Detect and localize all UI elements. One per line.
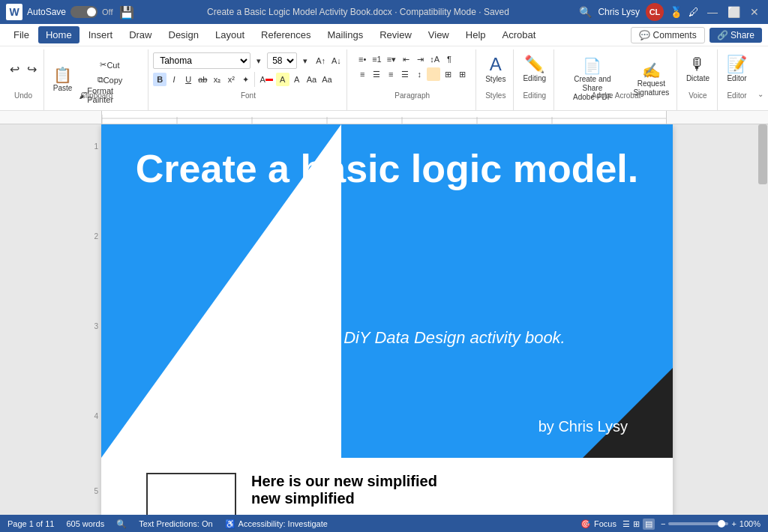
focus-button[interactable]: 🎯 Focus (580, 519, 616, 529)
award-icon[interactable]: 🏅 (670, 6, 682, 18)
editing-button[interactable]: ✏️ Editing (520, 49, 549, 90)
borders-button[interactable]: ⊞ (441, 67, 454, 81)
autosave-toggle[interactable] (70, 6, 98, 18)
align-left-button[interactable]: ≡ (356, 67, 369, 81)
numbering-button[interactable]: ≡1 (370, 52, 384, 66)
font-size-select[interactable]: 58 (267, 52, 297, 69)
paragraph-group: ≡• ≡1 ≡▾ ⇤ ⇥ ↕A ¶ ≡ ☰ ≡ ☰ ↕ ⊞ ⊞ (349, 49, 476, 110)
undo-group: ↩ ↪ Undo (3, 49, 44, 110)
paste-button[interactable]: 📋 Paste (50, 60, 75, 100)
multilevel-list-button[interactable]: ≡▾ (385, 52, 398, 66)
copy-button[interactable]: ⧉ Copy (76, 73, 143, 87)
menu-design[interactable]: Design (161, 26, 206, 43)
ribbon: File Home Insert Draw Design Layout Refe… (0, 24, 768, 111)
align-center-button[interactable]: ☰ (370, 67, 383, 81)
subscript-button[interactable]: x₂ (210, 73, 224, 86)
layout-view-1[interactable]: ☰ (622, 519, 630, 529)
bullets-button[interactable]: ≡• (356, 52, 369, 66)
dictate-button[interactable]: 🎙 Dictate (683, 49, 712, 90)
italic-button[interactable]: I (167, 73, 181, 86)
shading-button[interactable] (427, 67, 440, 81)
layout-view-2[interactable]: ⊞ (633, 519, 640, 529)
align-right-button[interactable]: ≡ (384, 67, 398, 81)
search-icon[interactable]: 🔍 (579, 6, 592, 18)
clear-format-button[interactable]: ✦ (238, 73, 252, 86)
ribbon-expand-button[interactable]: ⌄ (756, 90, 765, 98)
pen-icon[interactable]: 🖊 (688, 6, 699, 18)
decrease-indent-button[interactable]: ⇤ (399, 52, 412, 66)
paragraph-settings-button[interactable]: ⊞ (455, 67, 469, 81)
font-size-shrink[interactable]: Aa (320, 73, 334, 86)
styles-button[interactable]: A Styles (482, 49, 508, 90)
zoom-plus-button[interactable]: + (731, 519, 736, 528)
comments-button[interactable]: 💬 Comments (631, 27, 704, 43)
document-title: Create a Basic Logic Model Activity Book… (137, 7, 580, 17)
justify-button[interactable]: ☰ (398, 67, 412, 81)
cover-title: Create a basic logic model. (101, 147, 673, 192)
show-marks-button[interactable]: ¶ (442, 52, 456, 66)
maximize-button[interactable]: ⬜ (726, 4, 741, 19)
text-predictions-status[interactable]: Text Predictions: On (139, 519, 212, 528)
layout-view-3[interactable]: ▤ (643, 519, 655, 530)
close-button[interactable]: ✕ (747, 4, 762, 19)
status-bar: Page 1 of 11 605 words 🔍 Text Prediction… (0, 515, 768, 532)
editing-label: Editing (523, 74, 546, 83)
page-area: 1 2 3 4 5 Create a basic logic model. A … (0, 124, 768, 515)
line-spacing-button[interactable]: ↕ (412, 67, 426, 81)
bold-button[interactable]: B (153, 73, 166, 86)
cut-button[interactable]: ✂ Cut (76, 58, 143, 72)
word-count: 605 words (66, 519, 104, 528)
menu-home[interactable]: Home (38, 26, 80, 43)
menu-mailings[interactable]: Mailings (320, 26, 371, 43)
vertical-scrollbar[interactable] (758, 124, 768, 515)
menu-draw[interactable]: Draw (122, 26, 159, 43)
cut-icon: ✂ (100, 60, 106, 70)
font-name-select[interactable]: Tahoma (153, 52, 250, 69)
accessibility-status[interactable]: ♿ Accessibility: Investigate (225, 519, 328, 529)
menu-acrobat[interactable]: Acrobat (495, 26, 544, 43)
zoom-slider[interactable] (668, 522, 728, 525)
focus-label: Focus (594, 519, 616, 528)
proof-icon: 🔍 (116, 519, 127, 529)
font-size-grow[interactable]: Aa (304, 73, 319, 86)
voice-group-label: Voice (688, 91, 706, 100)
decrease-font-button[interactable]: A↓ (329, 54, 344, 67)
menu-file[interactable]: File (6, 26, 37, 43)
superscript-button[interactable]: x² (224, 73, 238, 86)
font-name-dropdown[interactable]: ▾ (252, 54, 266, 67)
highlight-button[interactable]: A (276, 73, 290, 86)
text-color-button[interactable]: A (290, 73, 304, 86)
accessibility-icon: ♿ (225, 519, 236, 529)
avatar[interactable]: CL (646, 3, 664, 21)
proofing-status[interactable]: 🔍 (116, 519, 127, 529)
menu-insert[interactable]: Insert (81, 26, 121, 43)
adobe-group: 📄 Create and ShareAdobe PDF ✍️ RequestSi… (556, 49, 677, 110)
menu-help[interactable]: Help (458, 26, 494, 43)
scroll-thumb[interactable] (758, 124, 767, 184)
menu-view[interactable]: View (421, 26, 457, 43)
undo-button[interactable]: ↩ (8, 61, 22, 79)
menu-references[interactable]: References (254, 26, 318, 43)
increase-font-button[interactable]: A↑ (314, 54, 328, 67)
toggle-state-label: Off (102, 7, 112, 16)
strikethrough-button[interactable]: ab (196, 73, 209, 86)
redo-button[interactable]: ↪ (25, 61, 39, 79)
sort-button[interactable]: ↕A (428, 52, 442, 66)
zoom-minus-button[interactable]: − (661, 519, 665, 528)
styles-group-label: Styles (485, 91, 506, 100)
editor-group: 📝 Editor Editor (719, 49, 754, 110)
voice-group: 🎙 Dictate Voice (679, 49, 718, 110)
save-button[interactable]: 💾 (119, 5, 134, 19)
share-button[interactable]: 🔗 Share (710, 28, 762, 43)
word-count-text: 605 words (66, 519, 104, 528)
underline-button[interactable]: U (182, 73, 195, 86)
menu-review[interactable]: Review (372, 26, 419, 43)
menu-layout[interactable]: Layout (208, 26, 252, 43)
dictate-label: Dictate (686, 74, 710, 83)
font-color-button[interactable]: A (257, 73, 274, 86)
minimize-button[interactable]: — (705, 4, 720, 19)
paste-icon: 📋 (53, 67, 72, 82)
increase-indent-button[interactable]: ⇥ (413, 52, 427, 66)
editor-button[interactable]: 📝 Editor (724, 49, 750, 90)
font-size-dropdown[interactable]: ▾ (298, 54, 312, 67)
